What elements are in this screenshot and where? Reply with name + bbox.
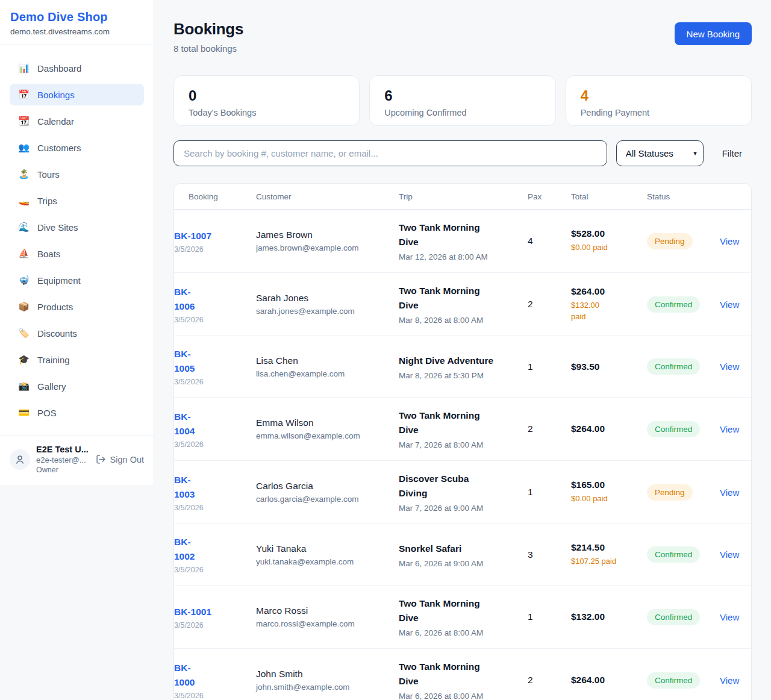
sidebar-item-label: Boats: [37, 249, 60, 259]
view-link[interactable]: View: [720, 612, 745, 622]
trip-datetime: Mar 7, 2026 at 9:00 AM: [399, 504, 522, 513]
customer-name: Sarah Jones: [256, 293, 393, 304]
sidebar-item-label: Tours: [37, 169, 60, 180]
view-link[interactable]: View: [720, 361, 745, 372]
booking-date: 3/5/2026: [174, 621, 250, 630]
customer-name: Yuki Tanaka: [256, 543, 393, 554]
status-badge: Confirmed: [647, 609, 700, 625]
logout-icon: [96, 454, 106, 464]
trip-cell: Discover Scuba DivingMar 7, 2026 at 9:00…: [399, 461, 528, 523]
total-cell: $264.00$132.00 paid: [571, 275, 647, 334]
total-cell: $214.50$107.25 paid: [571, 531, 647, 578]
booking-id-link[interactable]: BK- 1005: [174, 347, 250, 376]
sidebar-item-pos[interactable]: 💳POS: [10, 402, 144, 423]
trip-name: Night Dive Adventure: [399, 354, 522, 368]
booking-date: 3/5/2026: [174, 692, 250, 700]
sidebar-item-calendar[interactable]: 📆Calendar: [10, 110, 144, 132]
booking-cell: BK- 10003/5/2026: [174, 650, 256, 700]
booking-date: 3/5/2026: [174, 566, 250, 574]
booking-cell: BK-10013/5/2026: [174, 594, 256, 640]
customer-email: john.smith@example.com: [256, 683, 393, 692]
view-link[interactable]: View: [720, 424, 745, 434]
sidebar-item-tours[interactable]: 🏝️Tours: [10, 163, 144, 185]
paid-amount: $0.00 paid: [571, 493, 641, 505]
column-header-pax: Pax: [528, 184, 571, 209]
sidebar-item-label: Dive Sites: [37, 222, 78, 233]
user-meta: E2E Test U... e2e-tester@... Owner: [36, 445, 90, 474]
sidebar-item-equipment[interactable]: 🤿Equipment: [10, 269, 144, 291]
brand-name: Demo Dive Shop: [10, 10, 144, 24]
booking-id-link[interactable]: BK- 1000: [174, 661, 250, 690]
status-select[interactable]: All Statuses: [616, 140, 704, 166]
new-booking-button[interactable]: New Booking: [675, 22, 752, 45]
booking-id-link[interactable]: BK- 1003: [174, 473, 250, 502]
status-cell: Confirmed: [647, 410, 720, 448]
sidebar-item-products[interactable]: 📦Products: [10, 296, 144, 317]
booking-cell: BK- 10053/5/2026: [174, 336, 256, 397]
sidebar-item-label: Training: [37, 355, 70, 365]
view-link[interactable]: View: [720, 299, 745, 310]
brand: Demo Dive Shop demo.test.divestreams.com: [0, 0, 154, 45]
sidebar-item-gallery[interactable]: 📸Gallery: [10, 375, 144, 397]
status-badge: Confirmed: [647, 296, 700, 313]
stat-label: Today's Bookings: [189, 108, 345, 117]
customer-email: lisa.chen@example.com: [256, 369, 393, 378]
booking-id-link[interactable]: BK- 1002: [174, 535, 250, 564]
sidebar-item-label: Dashboard: [37, 63, 81, 73]
sidebar-item-label: POS: [37, 408, 57, 418]
booking-id-link[interactable]: BK- 1004: [174, 410, 250, 439]
trip-datetime: Mar 6, 2026 at 9:00 AM: [399, 559, 522, 568]
page-title: Bookings: [173, 20, 243, 39]
view-link[interactable]: View: [720, 675, 745, 686]
sidebar-item-training[interactable]: 🎓Training: [10, 349, 144, 370]
sidebar-item-dive-sites[interactable]: 🌊Dive Sites: [10, 216, 144, 238]
booking-date: 3/5/2026: [174, 504, 250, 512]
sidebar-item-boats[interactable]: ⛵Boats: [10, 243, 144, 264]
booking-id-link[interactable]: BK-1007: [174, 229, 250, 243]
stat-card-upcoming-confirmed: 6 Upcoming Confirmed: [369, 75, 555, 126]
sidebar-item-label: Gallery: [37, 381, 66, 392]
trip-cell: Two Tank Morning DiveMar 8, 2026 at 8:00…: [399, 273, 528, 336]
sidebar-item-label: Calendar: [37, 116, 74, 127]
view-link[interactable]: View: [720, 487, 745, 498]
view-link[interactable]: View: [720, 236, 745, 246]
speedboat-icon: 🚤: [18, 195, 30, 206]
status-cell: Confirmed: [647, 286, 720, 323]
stat-value: 6: [384, 87, 540, 104]
sidebar-item-discounts[interactable]: 🏷️Discounts: [10, 322, 144, 344]
sidebar-item-label: Discounts: [37, 328, 77, 339]
booking-id-link[interactable]: BK- 1006: [174, 285, 250, 314]
customer-cell: Yuki Tanakayuki.tanaka@example.com: [256, 533, 399, 577]
filter-bar: All Statuses ▾ Filter: [173, 140, 752, 166]
tag-icon: 🏷️: [18, 328, 30, 339]
customer-email: yuki.tanaka@example.com: [256, 557, 393, 566]
trip-cell: Two Tank Morning DiveMar 12, 2026 at 8:0…: [399, 210, 528, 272]
column-header-status: Status: [647, 184, 720, 209]
trip-datetime: Mar 8, 2026 at 8:00 AM: [399, 316, 522, 325]
sidebar-item-customers[interactable]: 👥Customers: [10, 137, 144, 158]
total-cell: $528.00$0.00 paid: [571, 217, 647, 264]
customer-name: James Brown: [256, 230, 393, 240]
sidebar-item-label: Products: [37, 302, 73, 312]
pax-cell: 2: [528, 413, 571, 445]
total-cell: $264.00: [571, 413, 647, 445]
search-input[interactable]: [173, 140, 607, 166]
booking-cell: BK-10073/5/2026: [174, 218, 256, 264]
booking-row: BK- 10043/5/2026Emma Wilsonemma.wilson@e…: [174, 398, 751, 461]
status-cell: Confirmed: [647, 348, 720, 386]
booking-id-link[interactable]: BK-1001: [174, 605, 250, 619]
sign-out-button[interactable]: Sign Out: [96, 454, 144, 464]
sidebar-item-label: Bookings: [37, 90, 75, 100]
booking-date: 3/5/2026: [174, 245, 250, 254]
filter-button[interactable]: Filter: [722, 148, 742, 158]
booking-row: BK- 10003/5/2026John Smithjohn.smith@exa…: [174, 649, 751, 700]
sidebar-item-dashboard[interactable]: 📊Dashboard: [10, 57, 144, 79]
view-link[interactable]: View: [720, 549, 745, 560]
customer-name: Lisa Chen: [256, 355, 393, 366]
trip-cell: Two Tank Morning DiveMar 6, 2026 at 8:00…: [399, 649, 528, 700]
sidebar-item-trips[interactable]: 🚤Trips: [10, 190, 144, 211]
sidebar-item-bookings[interactable]: 📅Bookings: [10, 84, 144, 105]
total-amount: $214.50: [571, 542, 641, 553]
trip-datetime: Mar 7, 2026 at 8:00 AM: [399, 440, 522, 449]
trip-name: Two Tank Morning Dive: [399, 220, 522, 249]
